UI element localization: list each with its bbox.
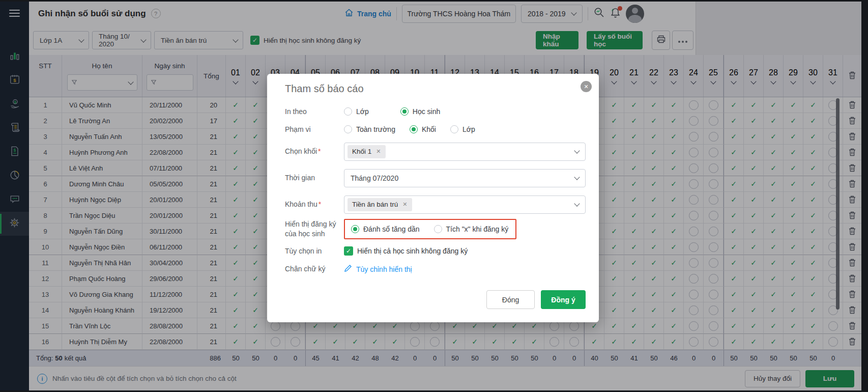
radio-x-mark[interactable]: Tích "x" khi đăng ký (434, 225, 509, 233)
radio-icon (344, 125, 352, 133)
radio-selected-icon (400, 107, 409, 116)
report-params-modal: ✕ Tham số báo cáo In theo Lớp Học sinh P… (267, 74, 599, 322)
grade-row: Chọn khối* Khối 1✕ (285, 143, 586, 161)
radio-numbered-ascending[interactable]: Đánh số tăng dần (351, 225, 420, 233)
remove-chip-icon[interactable]: ✕ (402, 201, 407, 208)
chevron-down-icon (574, 175, 580, 180)
radio-print-by-class[interactable]: Lớp (344, 107, 369, 116)
radio-scope-grade[interactable]: Khối (410, 125, 436, 133)
radio-selected-icon (410, 125, 418, 133)
confirm-button[interactable]: Đồng ý (541, 290, 586, 309)
fee-multiselect[interactable]: Tiền ăn bán trú✕ (344, 195, 586, 214)
chevron-down-icon (574, 201, 580, 207)
scope-row: Phạm vi Toàn trường Khối Lớp (285, 125, 586, 134)
modal-title: Tham số báo cáo (285, 83, 586, 95)
close-icon[interactable]: ✕ (581, 81, 592, 92)
selected-chip: Khối 1✕ (348, 145, 386, 158)
radio-icon (344, 107, 352, 116)
field-label: Chân chữ ký (285, 264, 344, 274)
radio-print-by-student[interactable]: Học sinh (400, 107, 440, 116)
selected-chip: Tiền ăn bán trú✕ (348, 198, 412, 211)
grade-multiselect[interactable]: Khối 1✕ (344, 143, 586, 161)
radio-scope-class[interactable]: Lớp (450, 125, 475, 133)
highlighted-option-group: Đánh số tăng dần Tích "x" khi đăng ký (344, 219, 516, 239)
field-label: Thời gian (285, 173, 344, 183)
field-label: Chọn khối* (285, 147, 344, 156)
checkbox-label: Hiển thị cả học sinh không đăng ký (357, 247, 468, 255)
print-option-row: Tùy chọn in ✓ Hiển thị cả học sinh không… (285, 246, 586, 256)
field-label: Hiển thị đăng ký của học sinh (285, 219, 344, 239)
radio-icon (450, 125, 458, 133)
radio-icon (434, 225, 442, 233)
show-all-students-checkbox[interactable]: ✓ (344, 246, 353, 256)
pencil-icon (344, 264, 352, 274)
remove-chip-icon[interactable]: ✕ (376, 148, 381, 155)
field-label: In theo (285, 107, 344, 117)
print-by-row: In theo Lớp Học sinh (285, 107, 586, 117)
registration-display-row: Hiển thị đăng ký của học sinh Đánh số tă… (285, 219, 586, 239)
field-label: Khoản thu* (285, 200, 344, 209)
field-label: Phạm vi (285, 125, 344, 134)
time-row: Thời gian Tháng 07/2020 (285, 169, 586, 187)
field-label: Tùy chọn in (285, 246, 344, 256)
app-window: $ $ $ Ghi nhận số buổi sử dụng ? Trang c… (0, 2, 861, 390)
radio-scope-school[interactable]: Toàn trường (344, 125, 395, 133)
radio-selected-icon (351, 225, 359, 233)
fee-row: Khoản thu* Tiền ăn bán trú✕ (285, 195, 586, 214)
customize-display-link[interactable]: Tùy chỉnh hiển thị (356, 265, 412, 273)
time-dropdown[interactable]: Tháng 07/2020 (344, 169, 586, 187)
close-modal-button[interactable]: Đóng (486, 290, 535, 309)
chevron-down-icon (574, 148, 580, 154)
signature-row: Chân chữ ký Tùy chỉnh hiển thị (285, 264, 586, 274)
